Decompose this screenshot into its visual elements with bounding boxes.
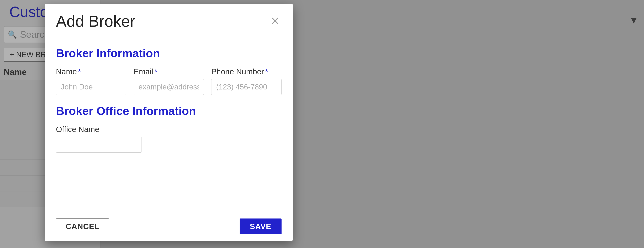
broker-info-fields-row: Name* Email* Phone Number* xyxy=(56,67,282,95)
cancel-button[interactable]: CANCEL xyxy=(56,218,109,234)
office-name-input[interactable] xyxy=(56,137,142,153)
broker-office-section: Broker Office Information Office Name xyxy=(56,104,282,153)
phone-field-group: Phone Number* xyxy=(211,67,282,95)
close-button[interactable]: ✕ xyxy=(268,14,282,29)
office-info-fields-row: Office Name xyxy=(56,125,282,153)
email-required-star: * xyxy=(154,67,157,76)
email-label: Email* xyxy=(134,67,204,76)
save-button[interactable]: SAVE xyxy=(240,218,282,234)
phone-input[interactable] xyxy=(211,79,282,95)
broker-info-section: Broker Information Name* Email* Pho xyxy=(56,47,282,95)
modal-title: Add Broker xyxy=(56,12,135,31)
name-label: Name* xyxy=(56,67,126,76)
modal-header: Add Broker ✕ xyxy=(45,4,293,37)
email-field-group: Email* xyxy=(134,67,204,95)
phone-label: Phone Number* xyxy=(211,67,282,76)
add-broker-modal: Add Broker ✕ Broker Information Name* Em… xyxy=(45,4,293,241)
office-name-label: Office Name xyxy=(56,125,142,134)
modal-footer: CANCEL SAVE xyxy=(45,212,293,241)
broker-office-title: Broker Office Information xyxy=(56,104,282,117)
name-required-star: * xyxy=(78,67,81,76)
office-name-field-group: Office Name xyxy=(56,125,142,153)
phone-required-star: * xyxy=(265,67,268,76)
broker-info-title: Broker Information xyxy=(56,47,282,60)
modal-body: Broker Information Name* Email* Pho xyxy=(45,37,293,212)
email-input[interactable] xyxy=(134,79,204,95)
name-field-group: Name* xyxy=(56,67,126,95)
name-input[interactable] xyxy=(56,79,126,95)
